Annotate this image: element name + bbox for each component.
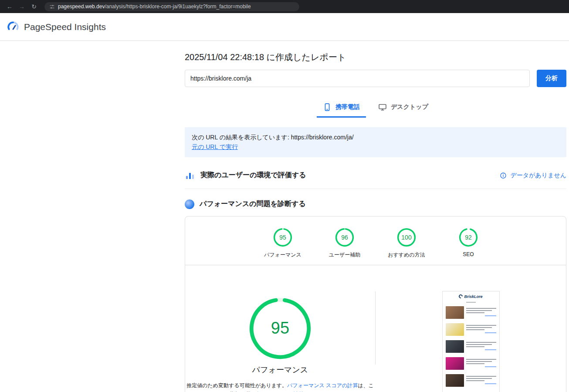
pagespeed-logo-icon[interactable] [7,20,20,34]
category-scores-row: 95 パフォーマンス 96 ユーザー補助 100 おすすめの方法 [185,228,566,259]
lab-section-title: パフォーマンスの問題を診断する [200,199,306,209]
page-screenshot-thumbnail: BriskLore [443,291,499,392]
score-label: おすすめの方法 [388,251,425,259]
disclaimer-text: 推定値のため変動する可能性があります。 [186,382,287,389]
score-value: 92 [459,228,478,247]
analyze-button[interactable]: 分析 [537,70,566,87]
site-settings-tune-icon[interactable] [49,4,55,10]
no-data-label: データがありません [510,172,566,179]
score-label: SEO [463,251,474,257]
device-tabs: 携帯電話 デスクトップ [185,98,566,118]
thumbnail-article-image [446,306,464,319]
score-calc-link[interactable]: パフォーマンス スコアの計算 [287,382,358,389]
thumbnail-article-item [443,338,499,355]
thumbnail-article-text-placeholder [466,306,496,318]
score-label: パフォーマンス [264,251,301,259]
thumbnail-article-text-placeholder [466,323,496,335]
score-gauge-best-practices[interactable]: 100 おすすめの方法 [382,228,431,259]
thumbnail-article-item [443,304,499,321]
score-label: ユーザー補助 [329,251,361,259]
main-content: 2025/11/04 22:48:18 に作成したレポート 分析 携帯電話 デス… [185,51,566,392]
desktop-monitor-icon [378,103,387,112]
score-value: 95 [273,228,292,247]
no-data-link[interactable]: データがありません [500,172,566,179]
field-section-title: 実際のユーザーの環境で評価する [200,171,306,180]
performance-gauge-label: パフォーマンス [252,365,308,375]
score-value: 96 [335,228,354,247]
thumbnail-article-item [443,355,499,372]
browser-forward-button[interactable]: → [17,3,27,10]
brisklore-logo-icon [458,294,464,299]
thumbnail-site-logo: BriskLore [443,291,499,302]
run-original-url-link[interactable]: 元の URL で実行 [192,143,238,150]
thumbnail-article-item [443,321,499,338]
url-domain: pagespeed.web.dev [58,3,105,10]
url-path: /analysis/https-brisklore-com-ja/9i1uaek… [105,3,251,10]
lighthouse-report-card: 95 パフォーマンス 96 ユーザー補助 100 おすすめの方法 [185,216,566,392]
thumbnail-article-image [446,357,464,370]
tab-desktop[interactable]: デスクトップ [372,98,434,118]
results-notice: 次の URL の結果を表示しています: https://brisklore.co… [185,127,566,157]
score-gauge-seo[interactable]: 92 SEO [444,228,493,259]
address-bar-url: pagespeed.web.dev/analysis/https-brisklo… [58,3,251,10]
performance-gauge: 95 [248,297,312,360]
thumbnail-article-text-placeholder [466,374,496,385]
field-data-chart-icon [185,170,195,181]
app-header: PageSpeed Insights [0,13,569,41]
app-title[interactable]: PageSpeed Insights [24,22,106,32]
report-created-title: 2025/11/04 22:48:18 に作成したレポート [185,51,566,63]
analyze-url-input[interactable] [185,70,530,87]
thumbnail-article-image [446,323,464,336]
thumbnail-article-image [446,340,464,353]
thumbnail-article-item [443,372,499,389]
browser-address-bar[interactable]: pagespeed.web.dev/analysis/https-brisklo… [44,2,299,11]
thumbnail-site-name: BriskLore [464,294,482,299]
tab-mobile[interactable]: 携帯電話 [317,98,366,118]
score-disclaimer: 推定値のため変動する可能性があります。パフォーマンス スコアの計算は、これらの指… [186,381,374,392]
analyze-url-row: 分析 [185,70,566,87]
mobile-phone-icon [323,103,332,112]
thumbnail-article-text-placeholder [466,357,496,368]
browser-toolbar: ← → ↻ pagespeed.web.dev/analysis/https-b… [0,0,569,13]
tab-desktop-label: デスクトップ [391,103,428,111]
diagnose-sphere-icon [185,199,194,209]
performance-score-value: 95 [248,297,312,360]
lab-data-section: パフォーマンスの問題を診断する [185,199,566,209]
performance-detail-area: 95 パフォーマンス 推定値のため変動する可能性があります。パフォーマンス スコ… [185,265,566,392]
browser-back-button[interactable]: ← [4,3,15,10]
results-notice-text: 次の URL の結果を表示しています: https://brisklore.co… [192,132,559,142]
thumbnail-article-text-placeholder [466,340,496,351]
field-data-section: 実際のユーザーの環境で評価する データがありません [185,170,566,189]
info-icon [500,172,507,179]
score-gauge-accessibility[interactable]: 96 ユーザー補助 [320,228,369,259]
thumbnail-article-image [446,374,464,387]
tab-mobile-label: 携帯電話 [335,103,360,111]
thumbnail-logo-subline [466,302,476,303]
score-gauge-performance[interactable]: 95 パフォーマンス [258,228,308,259]
browser-reload-button[interactable]: ↻ [29,3,39,10]
score-value: 100 [397,228,416,247]
